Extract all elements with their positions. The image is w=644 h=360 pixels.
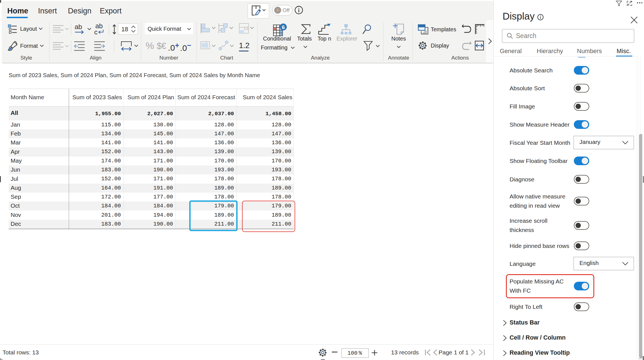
- svg-text:6: 6: [282, 24, 285, 30]
- svg-text:ab: ab: [75, 23, 82, 30]
- svg-text:c: c: [94, 28, 98, 35]
